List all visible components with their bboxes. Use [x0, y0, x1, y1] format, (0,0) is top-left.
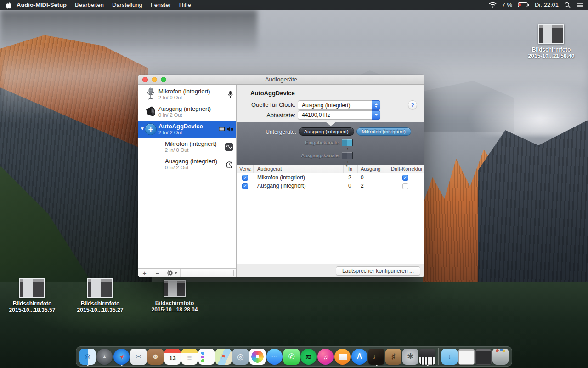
- device-row-mikrofon[interactable]: Mikrofon (integriert) 2 In/ 0 Out: [138, 86, 236, 103]
- wifi-icon[interactable]: [489, 2, 497, 8]
- actions-gear-button[interactable]: [164, 269, 181, 277]
- desktop-icon-screenshot-1[interactable]: Bildschirmfoto 2015-10...21.58.40: [526, 24, 577, 59]
- notification-center-icon[interactable]: [576, 2, 583, 8]
- combo-dropdown-icon: [372, 110, 380, 120]
- subdevice-button-ausgang[interactable]: Ausgang (integriert): [299, 127, 354, 136]
- dock-item-document-stack-dark[interactable]: [475, 346, 492, 367]
- use-checkbox-checked[interactable]: ✓: [242, 183, 248, 189]
- window-bottom-bar: Lautsprecher konfigurieren ...: [237, 264, 424, 277]
- desktop-icon-label: 2015-10...18.35.57: [7, 307, 57, 313]
- device-row-autoaggdevice-selected[interactable]: ▼ + AutoAggDevice 2 In/ 2 Out: [138, 121, 236, 138]
- dock-item-app-store[interactable]: A: [351, 346, 368, 367]
- audio-midi-setup-icon: [419, 349, 435, 365]
- dock-item-document-stack-light[interactable]: [458, 346, 475, 367]
- remove-device-button[interactable]: −: [151, 269, 164, 277]
- device-list: Mikrofon (integriert) 2 In/ 0 Out Ausgan…: [138, 85, 236, 268]
- photos-icon: [249, 349, 266, 365]
- subdevice-row-ausgang[interactable]: Ausgang (integriert) 0 In/ 2 Out: [138, 155, 236, 173]
- subdevice-row-mikrofon[interactable]: Mikrofon (integriert) 2 In/ 0 Out: [138, 138, 236, 155]
- configure-speakers-button[interactable]: Lautsprecher konfigurieren ...: [336, 266, 420, 276]
- chevron-down-icon: [175, 272, 177, 274]
- column-ausgang[interactable]: Ausgang: [358, 165, 386, 173]
- device-row-ausgang[interactable]: Ausgang (integriert) 0 In/ 2 Out: [138, 103, 236, 121]
- row-out-count: 2: [358, 183, 386, 189]
- battery-icon[interactable]: [518, 2, 529, 8]
- dock-item-calendar[interactable]: 13: [164, 346, 181, 367]
- menu-fenster[interactable]: Fenster: [151, 1, 171, 8]
- table-row-mikrofon[interactable]: ✓ Mikrofon (integriert) 2 0 ✓: [237, 173, 424, 182]
- menu-bar: Audio-MIDI-Setup Bearbeiten Darstellung …: [0, 0, 588, 10]
- dock-item-messages[interactable]: …: [266, 346, 283, 367]
- running-indicator: [121, 365, 122, 366]
- dock-item-launchpad[interactable]: ▲: [96, 346, 113, 367]
- dock-item-garageband[interactable]: ♯: [385, 346, 402, 367]
- splitter-grip[interactable]: [231, 269, 236, 277]
- dock-item-maps[interactable]: ⚑: [215, 346, 232, 367]
- desktop-icon-screenshot-2[interactable]: Bildschirmfoto 2015-10...18.35.57: [7, 278, 57, 313]
- dock-item-safari[interactable]: ➤: [113, 346, 130, 367]
- menu-darstellung[interactable]: Darstellung: [112, 1, 142, 8]
- dock-item-reminders[interactable]: [198, 346, 215, 367]
- dock-item-notes[interactable]: ☰: [181, 346, 198, 367]
- screenshot-thumbnail: [164, 280, 186, 297]
- row-in-count: 2: [344, 174, 358, 181]
- apple-menu-icon[interactable]: [6, 1, 12, 9]
- drift-checkbox-checked[interactable]: ✓: [402, 175, 408, 181]
- dock-item-trash[interactable]: [492, 346, 509, 367]
- desktop-icon-screenshot-3[interactable]: Bildschirmfoto 2015-10...18.35.27: [75, 278, 125, 313]
- input-channel-boxes[interactable]: [342, 139, 353, 146]
- use-checkbox-checked[interactable]: ✓: [242, 175, 248, 181]
- window-title: Audiogeräte: [265, 76, 297, 83]
- device-name: Mikrofon (integriert): [158, 88, 210, 95]
- dock-item-downloads[interactable]: ↓: [441, 346, 458, 367]
- dock-item-media-poster[interactable]: ♩: [368, 346, 385, 367]
- menu-clock[interactable]: Di. 22:01: [535, 1, 559, 8]
- desktop-icon-screenshot-4[interactable]: Bildschirmfoto 2015-10...18.28.04: [149, 280, 200, 313]
- column-audiogeraet[interactable]: Audiogerät: [254, 165, 344, 173]
- document-stack-light-icon: [458, 349, 475, 365]
- zoom-button[interactable]: [161, 77, 166, 82]
- dock-item-spotify[interactable]: ≋: [300, 346, 317, 367]
- running-indicator: [376, 365, 377, 366]
- dock-item-system-preferences[interactable]: ✱: [402, 346, 419, 367]
- notes-icon: ☰: [181, 349, 198, 365]
- menu-bearbeiten[interactable]: Bearbeiten: [75, 1, 104, 8]
- app-store-icon: A: [351, 349, 368, 365]
- dock-item-ibooks[interactable]: [334, 346, 351, 367]
- dock-item-audio-midi-setup[interactable]: [419, 346, 436, 367]
- itunes-icon: ♫: [317, 349, 334, 365]
- clock-source-popup[interactable]: Ausgang (integriert): [298, 100, 380, 110]
- spotlight-icon[interactable]: [564, 2, 571, 8]
- disclosure-triangle-icon[interactable]: ▼: [140, 126, 145, 131]
- close-button[interactable]: [142, 77, 148, 82]
- dock-item-finder[interactable]: ☺: [79, 346, 96, 367]
- dock-item-preview[interactable]: ◎: [232, 346, 249, 367]
- drift-checkbox-unchecked[interactable]: [402, 183, 408, 189]
- menu-hilfe[interactable]: Hilfe: [179, 1, 191, 8]
- menu-app-name[interactable]: Audio-MIDI-Setup: [17, 1, 67, 8]
- sample-rate-combo[interactable]: 44100,0 Hz: [298, 110, 380, 120]
- output-channel-boxes[interactable]: [342, 152, 353, 159]
- column-verw[interactable]: Verw.: [237, 165, 254, 173]
- minimize-button[interactable]: [152, 77, 157, 82]
- dock-item-itunes[interactable]: ♫: [317, 346, 334, 367]
- column-drift-korrektur[interactable]: Drift-Korrektur: [386, 165, 424, 173]
- dock-item-contacts[interactable]: ☻: [147, 346, 164, 367]
- dock-separator: [438, 348, 439, 365]
- window-titlebar[interactable]: Audiogeräte: [138, 75, 424, 85]
- table-row-ausgang[interactable]: ✓ Ausgang (integriert) 0 2: [237, 182, 424, 190]
- subdevice-button-mikrofon[interactable]: Mikrofon (integriert): [356, 127, 411, 136]
- device-sidebar: Mikrofon (integriert) 2 In/ 0 Out Ausgan…: [138, 85, 237, 277]
- help-button[interactable]: ?: [408, 100, 417, 109]
- waveform-indicator-icon: [225, 143, 233, 151]
- dock-item-photos[interactable]: [249, 346, 266, 367]
- dock-item-facetime[interactable]: ✆: [283, 346, 300, 367]
- row-out-count: 0: [358, 174, 386, 181]
- add-device-button[interactable]: +: [138, 269, 151, 277]
- panel-device-title: AutoAggDevice: [250, 90, 295, 97]
- document-stack-dark-icon: [475, 349, 492, 365]
- output-channels-label: Ausgangskanäle:: [237, 153, 340, 158]
- config-section: AutoAggDevice Quelle für Clock: Ausgang …: [237, 85, 424, 122]
- maps-icon: ⚑: [215, 349, 232, 365]
- dock-item-mail[interactable]: ✉: [130, 346, 147, 367]
